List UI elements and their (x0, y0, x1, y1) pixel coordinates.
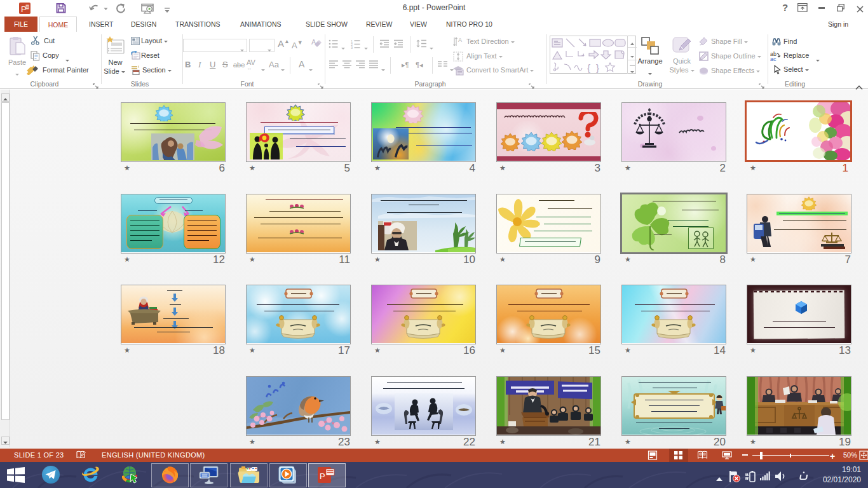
svg-text:{: { (587, 62, 590, 73)
svg-text:?: ? (782, 2, 788, 12)
svg-text:P: P (320, 471, 325, 481)
svg-text:ac: ac (770, 56, 776, 62)
svg-text:A: A (458, 37, 462, 43)
svg-text:}: } (596, 62, 599, 73)
svg-text:3: 3 (351, 46, 353, 49)
